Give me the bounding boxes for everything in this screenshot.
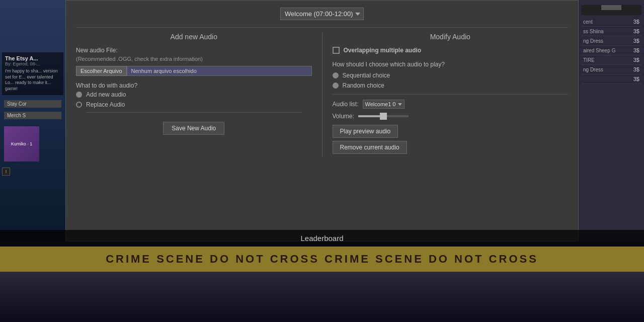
- right-divider: [333, 94, 569, 95]
- audio-list-row: Audio list: Welcome1 0 Welcome1 1 Welcom…: [333, 100, 569, 109]
- main-modal: Welcome (07:00-12:00) Morning (12:00-17:…: [65, 0, 579, 242]
- modify-audio-panel: Modify Audio Overlapping multiple audio …: [323, 33, 569, 157]
- radio-label-replace: Replace Audio: [86, 101, 125, 108]
- radio-dot-replace: [76, 102, 82, 108]
- volume-label: Volume:: [333, 113, 354, 120]
- crime-scene-text: CRIME SCENE DO NOT CROSS CRIME SCENE DO …: [106, 253, 538, 266]
- audio-list-select[interactable]: Welcome1 0 Welcome1 1 Welcome1 2: [363, 100, 405, 109]
- volume-slider[interactable]: [358, 115, 409, 117]
- radio-replace[interactable]: Replace Audio: [76, 101, 312, 108]
- what-label: What to do with audio?: [76, 82, 312, 89]
- left-tag-stay: Stay Cor: [4, 100, 61, 108]
- add-audio-panel: Add new Audio New audio File: (Recommend…: [76, 33, 323, 157]
- left-card-title: The Etsy A...: [5, 55, 60, 61]
- time-select[interactable]: Welcome (07:00-12:00) Morning (12:00-17:…: [280, 8, 364, 20]
- volume-row: Volume:: [333, 113, 569, 120]
- overlapping-checkbox[interactable]: [333, 47, 340, 54]
- left-thumbnail: Kumiko · 1: [4, 126, 39, 162]
- left-panel: The Etsy A... By: Egerod, 08-... I'm hap…: [0, 0, 65, 242]
- list-item: 3$: [581, 74, 641, 84]
- radio-sequential[interactable]: Sequential choice: [333, 72, 569, 79]
- left-card-text: I'm happy to sha... version set for E...…: [5, 68, 60, 92]
- list-item: aired Sheep G 3$: [581, 46, 641, 55]
- file-sub: (Recommended .OGG, check the extra infor…: [76, 56, 312, 62]
- play-preview-button[interactable]: Play preview audio: [333, 125, 398, 138]
- list-item: ng Dress 3$: [581, 65, 641, 74]
- list-item: ss Shiina 3$: [581, 27, 641, 36]
- radio-random[interactable]: Random choice: [333, 82, 569, 89]
- remove-audio-button[interactable]: Remove current audio: [333, 141, 407, 154]
- crime-scene-bar: CRIME SCENE DO NOT CROSS CRIME SCENE DO …: [0, 247, 644, 272]
- left-icon-1: !: [2, 168, 10, 176]
- choice-label: How should I choose which audio to play?: [333, 61, 569, 68]
- add-audio-radio-group: Add new audio Replace Audio: [76, 91, 312, 108]
- radio-label-sequential: Sequential choice: [343, 72, 390, 79]
- file-input-row: Escolher Arquivo Nenhum arquivo escolhid…: [76, 66, 312, 76]
- left-panel-content: The Etsy A... By: Egerod, 08-... I'm hap…: [0, 50, 65, 178]
- save-btn-container: Save New Audio: [76, 113, 312, 139]
- radio-label-add: Add new audio: [86, 91, 126, 98]
- leaderboard-bar: Leaderboard: [0, 230, 644, 247]
- modal-body: Add new Audio New audio File: (Recommend…: [66, 28, 578, 162]
- right-panel: cent 3$ ss Shiina 3$ ng Dress 3$ aired S…: [579, 0, 644, 242]
- choice-radio-group: Sequential choice Random choice: [333, 72, 569, 89]
- right-header: [581, 5, 641, 15]
- audio-list-label: Audio list:: [333, 101, 359, 108]
- list-item: TIRE 3$: [581, 55, 641, 65]
- file-label: New audio File:: [76, 47, 312, 54]
- file-name-display: Nenhum arquivo escolhido: [127, 66, 312, 76]
- radio-dot-random: [333, 83, 339, 89]
- radio-label-random: Random choice: [343, 82, 384, 89]
- left-tag-merch: Merch S: [4, 112, 61, 119]
- file-choose-button[interactable]: Escolher Arquivo: [76, 66, 127, 76]
- list-item: ng Dress 3$: [581, 36, 641, 46]
- overlapping-row: Overlapping multiple audio: [333, 47, 569, 54]
- add-audio-title: Add new Audio: [76, 33, 312, 41]
- leaderboard-label: Leaderboard: [300, 234, 343, 243]
- modify-audio-title: Modify Audio: [333, 33, 569, 41]
- list-item: cent 3$: [581, 17, 641, 27]
- save-new-audio-button[interactable]: Save New Audio: [163, 122, 224, 135]
- left-card-etsy: The Etsy A... By: Egerod, 08-... I'm hap…: [2, 52, 63, 95]
- modal-top: Welcome (07:00-12:00) Morning (12:00-17:…: [66, 1, 578, 27]
- left-card-sub: By: Egerod, 08-...: [5, 61, 60, 66]
- bottom-scene: [0, 272, 644, 322]
- radio-dot-add: [76, 92, 82, 98]
- radio-add-new[interactable]: Add new audio: [76, 91, 312, 98]
- overlapping-label: Overlapping multiple audio: [344, 47, 422, 54]
- radio-dot-sequential: [333, 72, 339, 78]
